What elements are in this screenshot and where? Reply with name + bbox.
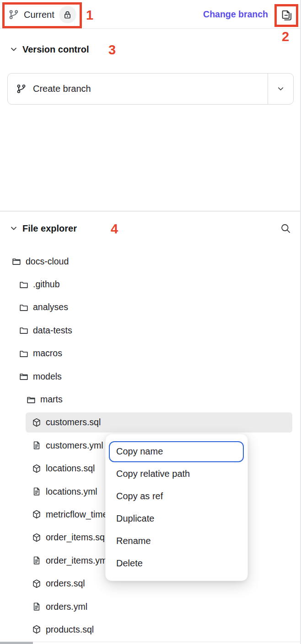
file-explorer-title: File explorer xyxy=(22,223,77,234)
file-context-menu: Copy name Copy relative path Copy as ref… xyxy=(105,434,248,581)
file-name-label: models xyxy=(33,371,62,382)
version-control-section-header[interactable]: Version control xyxy=(0,40,300,58)
create-branch-button[interactable]: Create branch xyxy=(8,74,268,104)
context-menu-item[interactable]: Delete xyxy=(106,552,247,575)
branch-locked-badge xyxy=(59,6,76,23)
model-cube-icon xyxy=(31,464,42,474)
current-branch-label: Current xyxy=(24,10,54,20)
create-branch-label: Create branch xyxy=(33,84,91,94)
file-name-label: .github xyxy=(33,279,60,290)
branch-bar: Current Change branch xyxy=(0,0,300,29)
tree-row[interactable]: macros xyxy=(0,342,300,365)
context-menu-item-label: Duplicate xyxy=(116,513,154,524)
git-branch-icon xyxy=(16,84,27,94)
chevron-down-icon xyxy=(9,45,18,54)
bottom-divider xyxy=(0,642,300,642)
file-doc-icon xyxy=(31,556,42,565)
context-menu-item[interactable]: Copy relative path xyxy=(106,463,247,485)
context-menu-item-label: Rename xyxy=(116,536,151,546)
folder-icon xyxy=(18,348,29,359)
copy-branch-button[interactable] xyxy=(279,7,295,23)
file-name-label: marts xyxy=(40,394,63,405)
file-doc-icon xyxy=(31,487,42,496)
file-name-label: products.sql xyxy=(46,624,94,635)
version-control-title: Version control xyxy=(22,44,89,55)
tree-row[interactable]: products.sql xyxy=(0,618,300,641)
file-name-label: data-tests xyxy=(33,325,72,336)
file-name-label: locations.sql xyxy=(46,463,95,474)
file-doc-icon xyxy=(31,441,42,450)
horizontal-scrollbar-thumb[interactable] xyxy=(0,642,33,644)
file-name-label: customers.yml xyxy=(46,440,103,451)
folder-icon xyxy=(18,302,29,312)
model-cube-icon xyxy=(31,579,42,589)
folder-icon xyxy=(18,280,29,290)
file-name-label: customers.sql xyxy=(46,417,101,428)
model-cube-icon xyxy=(31,624,42,634)
file-name-label: order_items.sql xyxy=(46,532,107,543)
context-menu-item-label: Copy as ref xyxy=(116,491,163,501)
context-menu-item[interactable]: Copy name xyxy=(106,440,247,463)
file-doc-icon xyxy=(31,602,42,611)
file-name-label: macros xyxy=(33,348,62,359)
tree-row[interactable]: orders.yml xyxy=(0,595,300,618)
tree-row[interactable]: .github xyxy=(0,273,300,296)
chevron-down-icon xyxy=(276,84,285,93)
tree-row[interactable]: customers.sql xyxy=(0,411,300,434)
context-menu-item-label: Copy relative path xyxy=(116,469,190,479)
current-branch-indicator: Current xyxy=(8,6,76,23)
file-explorer-section-header[interactable]: File explorer xyxy=(0,219,300,238)
tree-row[interactable]: marts xyxy=(0,388,300,411)
change-branch-link[interactable]: Change branch xyxy=(203,0,268,29)
context-menu-item-label: Delete xyxy=(116,558,143,569)
context-menu-item[interactable]: Duplicate xyxy=(106,507,247,530)
file-name-label: analyses xyxy=(33,302,68,312)
file-name-label: order_items.yml xyxy=(46,555,109,566)
folder-open-icon xyxy=(11,256,22,266)
context-menu-item-label: Copy name xyxy=(116,446,163,457)
file-name-label: docs-cloud xyxy=(26,256,69,267)
create-branch-dropdown-toggle[interactable] xyxy=(268,74,293,104)
tree-row[interactable]: analyses xyxy=(0,296,300,319)
context-menu-item[interactable]: Copy as ref xyxy=(106,485,247,507)
folder-icon xyxy=(18,325,29,335)
model-cube-icon xyxy=(31,533,42,543)
git-branch-icon xyxy=(8,9,19,20)
file-search-button[interactable] xyxy=(278,221,293,236)
model-cube-icon xyxy=(31,417,42,428)
search-icon xyxy=(280,222,292,235)
create-branch-split-button: Create branch xyxy=(7,73,294,105)
copy-icon xyxy=(280,8,294,22)
file-name-label: locations.yml xyxy=(46,486,97,497)
lock-icon xyxy=(63,10,72,20)
tree-row[interactable]: data-tests xyxy=(0,319,300,342)
section-divider xyxy=(0,211,300,212)
file-name-label: orders.yml xyxy=(46,602,87,612)
context-menu-item[interactable]: Rename xyxy=(106,530,247,552)
folder-open-icon xyxy=(26,395,37,405)
file-name-label: orders.sql xyxy=(46,578,85,589)
folder-open-icon xyxy=(18,371,29,381)
model-cube-icon xyxy=(31,509,42,519)
tree-row[interactable]: models xyxy=(0,365,300,388)
tree-row[interactable]: docs-cloud xyxy=(0,250,300,273)
chevron-down-icon xyxy=(9,224,18,233)
ide-sidebar: Current Change branch xyxy=(0,0,301,644)
